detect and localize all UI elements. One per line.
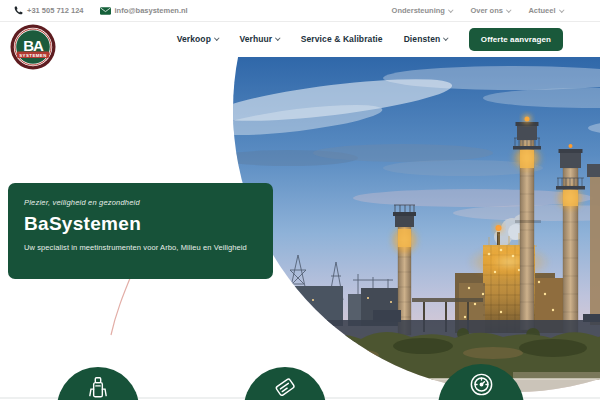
main-navigation: Verkoop Verhuur Service & Kalibratie Die… — [0, 22, 600, 56]
email-link[interactable]: info@basystemen.nl — [100, 6, 188, 15]
chevron-down-icon — [559, 7, 564, 12]
nav-label: Diensten — [404, 34, 441, 44]
nav-label: Service & Kalibratie — [301, 34, 383, 44]
top-navigation: Ondersteuning Over ons Actueel — [392, 6, 563, 15]
hero-image-circle — [233, 0, 600, 392]
topnav-label: Over ons — [470, 6, 503, 15]
nav-item-verkoop[interactable]: Verkoop — [177, 34, 219, 44]
nav-item-diensten[interactable]: Diensten — [404, 34, 448, 44]
topnav-item-over-ons[interactable]: Over ons — [470, 6, 510, 15]
email-address: info@basystemen.nl — [115, 6, 188, 15]
feature-circle-2[interactable] — [244, 367, 326, 400]
nav-label: Verkoop — [177, 34, 211, 44]
chevron-down-icon — [276, 36, 281, 41]
chevron-down-icon — [448, 7, 453, 12]
hero-tagline: Plezier, veiligheid en gezondheid — [24, 198, 257, 207]
logo-text-ba: BA — [23, 37, 44, 54]
phone-link[interactable]: +31 505 712 124 — [14, 6, 84, 15]
page: +31 505 712 124 info@basystemen.nl Onder… — [0, 0, 600, 400]
gas-detector-icon — [85, 374, 111, 400]
topnav-item-actueel[interactable]: Actueel — [528, 6, 563, 15]
power-plant-photo — [233, 0, 600, 392]
nav-label: Verhuur — [239, 34, 272, 44]
phone-number: +31 505 712 124 — [27, 6, 84, 15]
contact-info: +31 505 712 124 info@basystemen.nl — [14, 6, 188, 15]
chevron-down-icon — [506, 7, 511, 12]
phone-icon — [14, 6, 23, 15]
gauge-icon — [468, 371, 495, 398]
topnav-item-ondersteuning[interactable]: Ondersteuning — [392, 6, 453, 15]
header: +31 505 712 124 info@basystemen.nl Onder… — [0, 0, 600, 57]
chevron-down-icon — [444, 36, 449, 41]
topnav-label: Actueel — [528, 6, 555, 15]
chevron-down-icon — [214, 36, 219, 41]
offerte-aanvragen-button[interactable]: Offerte aanvragen — [469, 28, 563, 51]
logo[interactable]: BA SYSTEMEN — [10, 24, 56, 70]
page-title: BaSystemen — [24, 213, 257, 235]
nav-item-service-kalibratie[interactable]: Service & Kalibratie — [301, 34, 383, 44]
basystemen-logo-icon: BA SYSTEMEN — [10, 24, 56, 70]
topbar: +31 505 712 124 info@basystemen.nl Onder… — [0, 0, 600, 22]
handheld-meter-icon — [272, 374, 298, 400]
hero-card: Plezier, veiligheid en gezondheid BaSyst… — [8, 183, 273, 279]
envelope-icon — [100, 7, 111, 15]
topnav-label: Ondersteuning — [392, 6, 445, 15]
logo-text-systemen: SYSTEMEN — [19, 53, 47, 58]
nav-item-verhuur[interactable]: Verhuur — [239, 34, 279, 44]
feature-circle-1[interactable] — [57, 367, 139, 400]
hero-subtitle: Uw specialist in meetinstrumenten voor A… — [24, 243, 257, 252]
